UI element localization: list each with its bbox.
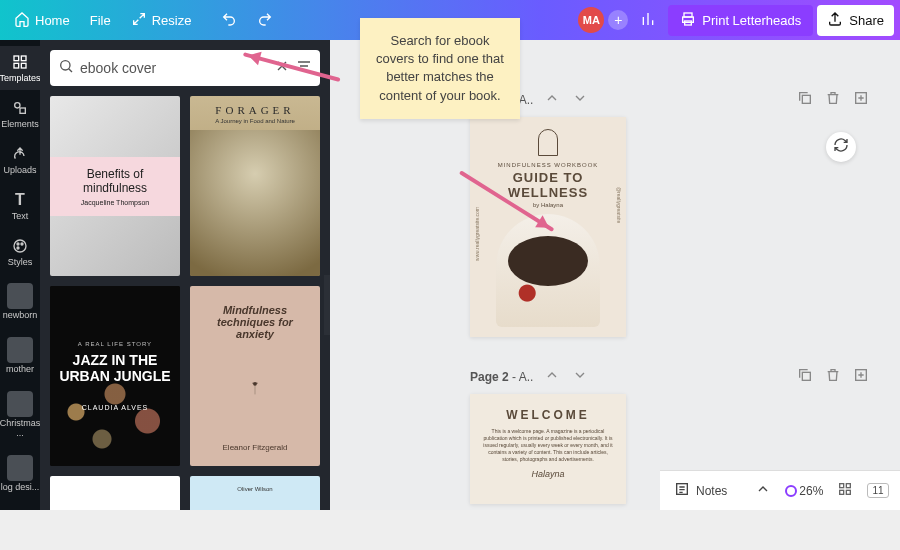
svg-rect-22 bbox=[840, 484, 844, 488]
duplicate-page-button[interactable] bbox=[796, 90, 814, 109]
notes-icon bbox=[674, 481, 690, 500]
svg-point-10 bbox=[17, 243, 19, 245]
refresh-canvas-button[interactable] bbox=[826, 132, 856, 162]
doc-side-text: @reallygreatsite bbox=[616, 187, 622, 223]
undo-icon bbox=[221, 11, 237, 30]
svg-rect-19 bbox=[802, 372, 810, 380]
page-move-down-button[interactable] bbox=[571, 90, 589, 109]
file-menu[interactable]: File bbox=[82, 8, 119, 33]
rail-label: Uploads bbox=[3, 166, 36, 176]
share-label: Share bbox=[849, 13, 884, 28]
rail-label: log desi... bbox=[1, 483, 40, 493]
template-title: JAZZ IN THEURBAN JUNGLE bbox=[59, 353, 170, 384]
svg-rect-5 bbox=[14, 63, 19, 68]
svg-rect-4 bbox=[21, 56, 26, 61]
thumbnail-icon bbox=[7, 337, 33, 363]
share-icon bbox=[827, 11, 843, 30]
template-preview: Benefits of mindfulness Jacqueline Thomp… bbox=[50, 157, 180, 216]
svg-rect-23 bbox=[847, 484, 851, 488]
template-subtitle: A Journey in Food and Nature bbox=[215, 118, 295, 124]
thumbnail-icon bbox=[7, 391, 33, 417]
rail-project-mother[interactable]: mother bbox=[0, 329, 40, 381]
bottom-toolbar: Notes 26% 11 bbox=[660, 470, 900, 510]
template-card[interactable]: FORAGER A Journey in Food and Nature bbox=[190, 96, 320, 276]
template-preview bbox=[190, 340, 320, 435]
template-card[interactable]: MEMORIESOF THE SEA A ROMANTIC JOURNEY TO… bbox=[50, 476, 180, 510]
template-card[interactable]: Oliver Wilson bbox=[190, 476, 320, 510]
notes-button[interactable]: Notes bbox=[674, 481, 727, 500]
thumbnail-icon bbox=[7, 283, 33, 309]
add-page-button[interactable] bbox=[852, 367, 870, 386]
template-card[interactable]: A REAL LIFE STORY JAZZ IN THEURBAN JUNGL… bbox=[50, 286, 180, 466]
page-move-up-button[interactable] bbox=[543, 90, 561, 109]
rail-elements[interactable]: Elements bbox=[0, 92, 40, 136]
add-page-button[interactable] bbox=[852, 90, 870, 109]
svg-point-15 bbox=[252, 382, 253, 383]
rail-styles[interactable]: Styles bbox=[0, 230, 40, 274]
page-move-up-button[interactable] bbox=[543, 367, 561, 386]
page-move-down-button[interactable] bbox=[571, 367, 589, 386]
rail-text[interactable]: T Text bbox=[0, 184, 40, 228]
doc-body: This is a welcome page. A magazine is a … bbox=[482, 428, 614, 463]
print-letterheads-button[interactable]: Print Letterheads bbox=[668, 5, 813, 36]
rail-label: Elements bbox=[1, 120, 39, 130]
page-count-badge[interactable]: 11 bbox=[867, 483, 888, 498]
svg-rect-6 bbox=[21, 63, 26, 68]
redo-button[interactable] bbox=[249, 6, 281, 35]
share-button[interactable]: Share bbox=[817, 5, 894, 36]
rail-label: Text bbox=[12, 212, 29, 222]
doc-signature: Halayna bbox=[531, 469, 564, 479]
elements-icon bbox=[10, 98, 30, 118]
avatar-initials: MA bbox=[583, 14, 600, 26]
doc-byline: by Halayna bbox=[533, 202, 563, 208]
add-member-button[interactable]: + bbox=[608, 10, 628, 30]
rail-project-newborn[interactable]: newborn bbox=[0, 275, 40, 327]
left-tool-rail: Templates Elements Uploads T Text Styles… bbox=[0, 40, 40, 510]
rail-project-log[interactable]: log desi... bbox=[0, 447, 40, 499]
delete-page-button[interactable] bbox=[824, 367, 842, 386]
rail-templates[interactable]: Templates bbox=[0, 46, 40, 90]
delete-page-button[interactable] bbox=[824, 90, 842, 109]
home-button[interactable]: Home bbox=[6, 6, 78, 35]
annotation-note: Search for ebook covers to find one that… bbox=[360, 18, 520, 119]
undo-button[interactable] bbox=[213, 6, 245, 35]
svg-rect-25 bbox=[847, 490, 851, 494]
grid-view-button[interactable] bbox=[837, 481, 853, 500]
template-card[interactable]: Benefits of mindfulness Jacqueline Thomp… bbox=[50, 96, 180, 276]
doc-logo-icon bbox=[538, 129, 558, 156]
template-card[interactable]: Mindfulness techniques for anxiety Elean… bbox=[190, 286, 320, 466]
page-header: Page 1 - A.. bbox=[470, 90, 870, 109]
zoom-value[interactable]: 26% bbox=[799, 484, 823, 498]
template-author: Oliver Wilson bbox=[237, 486, 272, 492]
duplicate-page-button[interactable] bbox=[796, 367, 814, 386]
template-pretitle: A REAL LIFE STORY bbox=[59, 341, 170, 347]
svg-point-13 bbox=[61, 61, 70, 70]
rail-project-christmas[interactable]: Christmas ... bbox=[0, 383, 40, 445]
svg-point-11 bbox=[21, 243, 23, 245]
svg-point-16 bbox=[256, 382, 257, 383]
search-icon bbox=[58, 58, 74, 78]
canvas-page[interactable]: WELCOME This is a welcome page. A magazi… bbox=[470, 394, 626, 504]
notes-label: Notes bbox=[696, 484, 727, 498]
clear-search-button[interactable] bbox=[274, 58, 290, 78]
page-block: Page 1 - A.. MINDFULNESS WORKBOOK GUIDE … bbox=[470, 90, 870, 337]
svg-point-7 bbox=[15, 103, 20, 108]
redo-icon bbox=[257, 11, 273, 30]
canvas-page[interactable]: MINDFULNESS WORKBOOK GUIDE TOWELLNESS by… bbox=[470, 117, 626, 337]
resize-icon bbox=[131, 11, 147, 30]
styles-icon bbox=[10, 236, 30, 256]
rail-label: Templates bbox=[0, 74, 41, 84]
resize-button[interactable]: Resize bbox=[123, 6, 200, 35]
rail-uploads[interactable]: Uploads bbox=[0, 138, 40, 182]
thumbnail-icon bbox=[7, 455, 33, 481]
search-filters-button[interactable] bbox=[296, 58, 312, 78]
insights-button[interactable] bbox=[632, 6, 664, 35]
file-label: File bbox=[90, 13, 111, 28]
collapse-pages-button[interactable] bbox=[755, 481, 771, 500]
rail-label: Styles bbox=[8, 258, 33, 268]
svg-rect-24 bbox=[840, 490, 844, 494]
search-input[interactable] bbox=[80, 60, 268, 76]
svg-point-9 bbox=[14, 240, 26, 252]
home-icon bbox=[14, 11, 30, 30]
avatar[interactable]: MA bbox=[578, 7, 604, 33]
